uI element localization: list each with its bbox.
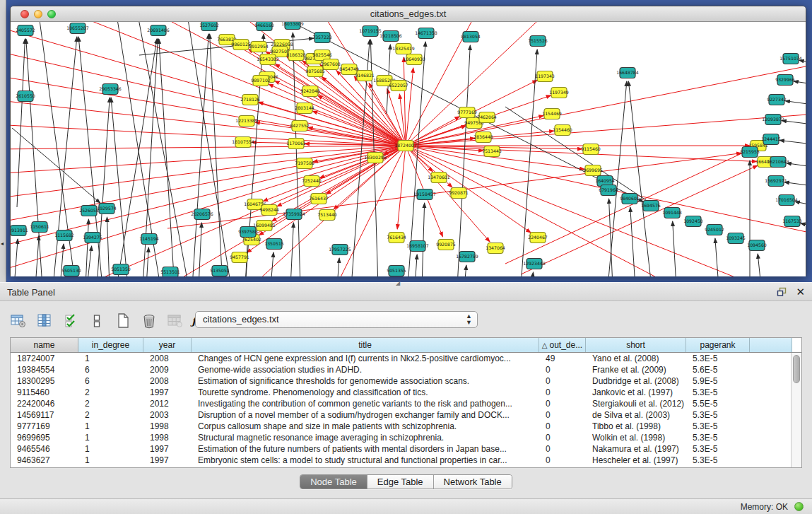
graph-node[interactable]: 2240467 — [528, 233, 548, 243]
graph-node[interactable]: 9115460 — [581, 144, 601, 155]
close-panel-icon[interactable]: ✕ — [796, 286, 805, 298]
graph-node[interactable]: 5051350 — [111, 264, 131, 275]
graph-node[interactable]: 1347064 — [486, 243, 505, 254]
graph-node[interactable]: 1094560 — [747, 240, 767, 251]
graph-node[interactable]: 16210643 — [767, 157, 789, 168]
graph-node[interactable]: 15692971 — [765, 176, 787, 187]
graph-node[interactable]: 18300295 — [364, 153, 387, 163]
graph-node[interactable]: 1929574 — [97, 204, 117, 214]
graph-node[interactable]: 9860125 — [231, 40, 251, 50]
graph-node[interactable]: 1350515 — [264, 239, 284, 250]
graph-node[interactable]: 5051355 — [387, 266, 406, 276]
graph-node[interactable]: 1527602 — [199, 22, 219, 31]
graph-node[interactable]: 2526055 — [79, 206, 99, 216]
scrollbar-thumb[interactable] — [793, 355, 800, 383]
graph-node[interactable]: 18107554 — [232, 137, 254, 148]
collapse-arrow-icon[interactable]: ◂ — [1, 240, 4, 247]
graph-node[interactable]: 7462064 — [477, 112, 497, 123]
graph-node[interactable]: 1167533 — [782, 216, 802, 227]
column-header-out_de[interactable]: △out_de... — [539, 338, 586, 352]
graph-node[interactable]: 13470601 — [428, 173, 450, 183]
graph-node[interactable]: 7357223 — [312, 33, 332, 43]
graph-node[interactable]: 2405572 — [16, 25, 35, 36]
graph-node[interactable]: 1197349 — [549, 88, 569, 98]
table-settings-icon[interactable] — [10, 313, 27, 329]
graph-node[interactable]: 1154460 — [553, 125, 572, 136]
graph-node[interactable]: 7513440 — [317, 210, 337, 221]
table-row[interactable]: 911546021997Tourette syndrome. Phenomeno… — [11, 387, 801, 398]
table-row[interactable]: 1938455462009Genome-wide association stu… — [11, 364, 801, 375]
graph-node[interactable]: 20206576 — [191, 209, 213, 220]
graph-node[interactable]: 18724007 — [394, 141, 417, 151]
graph-node[interactable]: 8215953 — [740, 147, 760, 158]
graph-node[interactable]: 9920871 — [449, 188, 469, 199]
graph-node[interactable]: 1150611 — [30, 222, 49, 233]
graph-node[interactable]: 10655287 — [66, 23, 89, 34]
column-header-pagerank[interactable]: pagerank — [686, 338, 750, 352]
graph-node[interactable]: 8186328 — [286, 50, 306, 61]
graph-node[interactable]: 1145194 — [139, 234, 159, 245]
graph-node[interactable]: 9840601 — [620, 194, 640, 204]
graph-node[interactable]: 9897102 — [251, 76, 271, 86]
tab-node-table[interactable]: Node Table — [300, 475, 367, 489]
graph-node[interactable]: 1244415 — [761, 134, 781, 145]
table-row[interactable]: 977716911998Corpus callosum shape and si… — [11, 421, 801, 432]
graph-node[interactable]: 19218506 — [379, 31, 402, 42]
graph-node[interactable]: 9245012 — [705, 225, 724, 235]
graph-node[interactable]: 20691406 — [147, 25, 170, 36]
table-row[interactable]: 946554611997Estimation of the future num… — [11, 443, 801, 455]
graph-node[interactable]: 1092450 — [683, 216, 703, 227]
graph-node[interactable]: 7513443 — [482, 146, 502, 157]
trash-icon[interactable] — [141, 313, 158, 329]
graph-node[interactable]: 5513501 — [160, 267, 180, 277]
graph-node[interactable]: 19158457 — [413, 189, 436, 200]
splitter-grip[interactable]: ◢ — [396, 280, 401, 285]
graph-node[interactable]: 1091448 — [662, 208, 682, 218]
column-header-name[interactable]: name — [11, 338, 78, 352]
column-header-in_degree[interactable]: in_degree — [78, 338, 143, 352]
table-row[interactable]: 2242004622012Investigating the contribut… — [11, 398, 801, 409]
graph-node[interactable]: 16958107 — [406, 241, 429, 252]
graph-node[interactable]: 9146821 — [355, 71, 375, 81]
graph-node[interactable]: 9329966 — [775, 75, 795, 86]
graph-node[interactable]: 8427552 — [290, 121, 310, 132]
table-row[interactable]: 1830029562008Estimation of significance … — [11, 375, 801, 387]
graph-node[interactable]: 12213389 — [235, 116, 258, 127]
graph-node[interactable]: 13325419 — [392, 44, 415, 54]
graph-node[interactable]: 7197586 — [295, 158, 314, 169]
graph-node[interactable]: 16648784 — [616, 68, 639, 78]
graph-node[interactable]: 17359924 — [283, 209, 305, 220]
tab-edge-table[interactable]: Edge Table — [367, 475, 434, 489]
table-row[interactable]: 1456911722003Disruption of a novel membe… — [11, 409, 801, 421]
graph-node[interactable]: 7616437 — [309, 194, 329, 204]
graph-node[interactable]: 15751074 — [779, 54, 802, 64]
graph-node[interactable]: 16543382 — [257, 54, 279, 65]
graph-node[interactable]: 17957225 — [329, 245, 351, 255]
graph-node[interactable]: 1394275 — [83, 233, 102, 243]
graph-node[interactable]: 9920875 — [436, 240, 456, 250]
graph-node[interactable]: 29053346 — [99, 84, 122, 95]
graph-node[interactable]: 16782759 — [456, 252, 478, 262]
network-window-titlebar[interactable]: citations_edges.txt — [11, 6, 806, 22]
graph-node[interactable]: 8813054 — [461, 32, 481, 42]
graph-node[interactable]: 10719155 — [359, 26, 382, 37]
select-columns-icon[interactable] — [36, 313, 53, 329]
graph-node[interactable]: 5135051 — [210, 266, 230, 276]
graph-node[interactable]: 7515526 — [528, 36, 548, 47]
graph-node[interactable]: 1197343 — [535, 71, 555, 82]
column-header-title[interactable]: title — [192, 338, 539, 352]
graph-node[interactable]: 2718126 — [240, 95, 260, 105]
graph-node[interactable]: 12923448 — [523, 259, 546, 269]
green-checks-icon[interactable] — [62, 313, 79, 329]
column-header-year[interactable]: year — [143, 338, 192, 352]
table-row[interactable]: 1872400712008Changes of HCN gene express… — [11, 353, 801, 364]
graph-node[interactable]: 1154469 — [542, 109, 562, 119]
graph-node[interactable]: 8912954 — [249, 42, 269, 52]
graph-node[interactable]: 9498244 — [259, 205, 279, 216]
graph-node[interactable]: 9699695 — [583, 165, 603, 176]
graph-node[interactable]: 12093872 — [762, 115, 784, 125]
graph-node[interactable]: 2836448 — [473, 132, 493, 143]
graph-node[interactable]: 9466160 — [254, 22, 274, 31]
table-row[interactable]: 946362711997Embryonic stem cells: a mode… — [11, 455, 801, 466]
graph-node[interactable]: 17016504 — [775, 195, 798, 206]
